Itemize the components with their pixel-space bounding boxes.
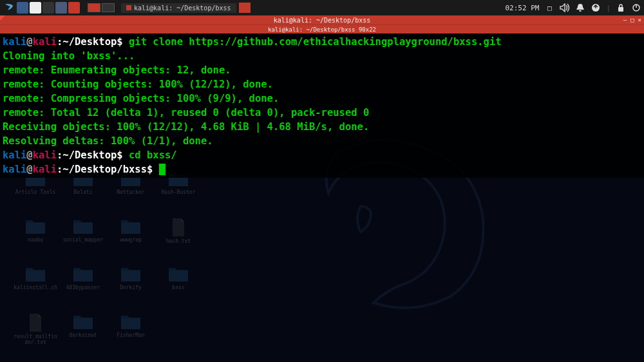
window-title: kali@kali: ~/Desktop/bxss [274, 17, 371, 24]
prompt-host: kali [33, 149, 57, 161]
output-line: Total 12 (delta 1), reused 0 (delta 0), … [51, 107, 370, 119]
taskbar-app-title: kali@kali: ~/Desktop/bxss [134, 5, 231, 12]
output-line: remote: [3, 79, 51, 90]
prompt-dollar: $ [147, 164, 153, 175]
output-line: Cloning into 'bxss'... [3, 50, 135, 62]
prompt-path: ~/Desktop [62, 36, 117, 48]
icon-label: kaliinstall.sh [14, 285, 57, 291]
icon-label: Dorkify [120, 285, 142, 291]
prompt-user: kali [3, 164, 26, 175]
folder-icon [24, 218, 46, 236]
folder-icon [167, 265, 189, 283]
prompt-at: @ [26, 36, 32, 48]
terminal-window: kali@kali: ~/Desktop/bxss — □ × kali@kal… [0, 15, 644, 178]
desktop-icon[interactable]: kaliinstall.sh [12, 265, 59, 313]
prompt-user: kali [3, 149, 26, 161]
desktop-icon[interactable]: Dorkify [107, 265, 155, 313]
taskbar: kali@kali: ~/Desktop/bxss 02:52 PM □ | [0, 0, 644, 15]
output-line: remote: [3, 93, 51, 104]
prompt-at: @ [26, 164, 32, 175]
output-line: remote: [3, 64, 51, 76]
command-text: git clone https://github.com/ethicalhack… [123, 36, 502, 48]
desktop-icon[interactable]: social_mapper [59, 218, 107, 265]
folder-icon [120, 218, 142, 236]
icon-label: social_mapper [63, 237, 104, 243]
output-line: Enumerating objects: 12, done. [51, 64, 231, 76]
prompt-colon: : [57, 164, 62, 175]
prompt-path: ~/Desktop [62, 149, 117, 161]
icon-label: wwwgrep [120, 237, 142, 243]
desktop-icon[interactable]: wwwgrep [107, 218, 155, 265]
power-icon[interactable] [631, 3, 641, 13]
icon-label: Belati [74, 189, 93, 195]
file-icon [28, 313, 43, 332]
icon-label: 403bypasser [66, 285, 100, 291]
taskbar-pinned-app[interactable] [43, 2, 54, 14]
desktop-icon[interactable]: hash.txt [155, 218, 202, 265]
resize-handle[interactable] [0, 15, 5, 21]
workspace-1[interactable] [88, 3, 100, 12]
folder-icon [24, 265, 46, 283]
prompt-dollar: $ [117, 36, 122, 48]
folder-icon [72, 218, 94, 236]
command-text [153, 164, 158, 175]
kali-menu-icon[interactable] [3, 1, 15, 14]
command-text: cd bxss/ [123, 149, 177, 161]
taskbar-pinned-app[interactable] [30, 2, 41, 14]
taskbar-app-indicator[interactable] [239, 3, 251, 13]
taskbar-pinned-app[interactable] [17, 2, 28, 14]
prompt-dollar: $ [117, 149, 122, 161]
icon-label: dorkscout [69, 332, 97, 338]
icon-label: naabu [28, 237, 43, 243]
window-titlebar[interactable]: kali@kali: ~/Desktop/bxss — □ × [0, 15, 644, 24]
output-line: Counting objects: 100% (12/12), done. [51, 79, 273, 90]
terminal-tab-label: kali@kali: ~/Desktop/bxss 90x22 [268, 26, 376, 33]
workspace-2[interactable] [102, 3, 115, 12]
icon-label: bxss [172, 285, 184, 291]
desktop-icon[interactable]: FisherMan [107, 313, 155, 361]
prompt-host: kali [33, 36, 57, 48]
desktop-icon[interactable]: naabu [12, 218, 59, 265]
notifications-icon[interactable] [575, 3, 585, 13]
desktop-icon[interactable]: dorkscout [59, 313, 107, 361]
prompt-at: @ [26, 149, 32, 161]
taskbar-pinned-app[interactable] [68, 2, 80, 14]
icon-label: FisherMan [117, 332, 144, 338]
output-line: Resolving deltas: 100% (1/1), done. [3, 135, 213, 147]
lock-icon[interactable] [616, 3, 626, 13]
icon-label: Nettacker [117, 189, 144, 195]
svg-rect-1 [618, 7, 623, 12]
prompt-colon: : [57, 36, 62, 48]
updates-icon[interactable] [591, 3, 601, 13]
terminal-body[interactable]: kali@kali:~/Desktop$ git clone https://g… [0, 33, 644, 178]
minimize-button[interactable]: — [623, 17, 627, 23]
output-line: Receiving objects: 100% (12/12), 4.68 Ki… [3, 121, 369, 133]
close-button[interactable]: × [638, 17, 641, 23]
desktop-icon[interactable]: 403bypasser [59, 265, 107, 313]
output-line: Compressing objects: 100% (9/9), done. [51, 93, 279, 104]
folder-icon [72, 313, 94, 331]
desktop-icon[interactable]: bxss [155, 265, 202, 313]
taskbar-pinned-app[interactable] [55, 2, 67, 14]
icon-label: hash.txt [166, 238, 191, 244]
volume-icon[interactable] [560, 3, 570, 13]
icon-label: Hash-Buster [162, 189, 196, 195]
prompt-user: kali [3, 36, 26, 48]
folder-icon [72, 265, 94, 283]
prompt-path: ~/Desktop/bxss [62, 164, 147, 175]
desktop-icon[interactable]: result_mailfinder.txt [12, 313, 59, 361]
taskbar-app-terminal[interactable]: kali@kali: ~/Desktop/bxss [121, 3, 236, 13]
prompt-colon: : [57, 149, 62, 161]
cursor [159, 164, 166, 175]
file-icon [171, 218, 186, 237]
prompt-host: kali [33, 164, 57, 175]
folder-icon [120, 265, 142, 283]
terminal-tab[interactable]: kali@kali: ~/Desktop/bxss 90x22 [0, 24, 644, 33]
tray-square-icon[interactable]: □ [544, 3, 554, 13]
folder-icon [120, 313, 142, 331]
icon-label: result_mailfinder.txt [13, 334, 58, 345]
clock[interactable]: 02:52 PM [505, 4, 539, 12]
maximize-button[interactable]: □ [630, 17, 634, 23]
workspace-switcher[interactable] [88, 3, 115, 12]
icon-label: Article Tools [15, 189, 56, 195]
